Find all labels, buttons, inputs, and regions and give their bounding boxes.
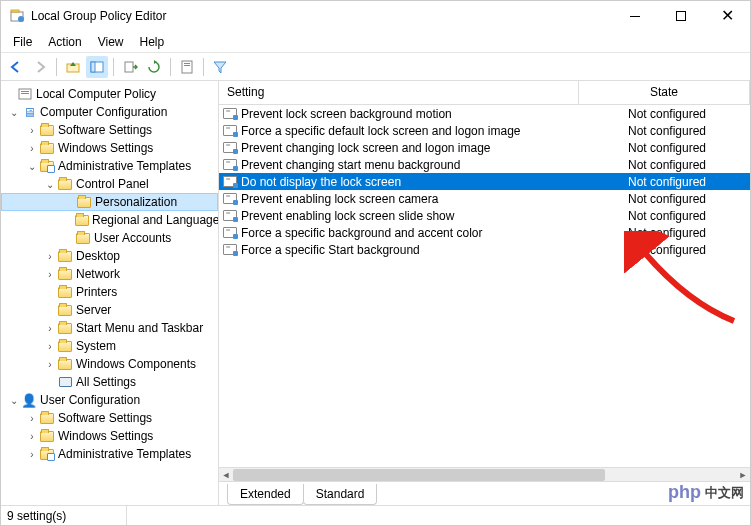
policy-icon bbox=[219, 159, 241, 170]
tree-user-software[interactable]: › Software Settings bbox=[1, 409, 218, 427]
tree-regional[interactable]: Regional and Language bbox=[1, 211, 218, 229]
menu-view[interactable]: View bbox=[90, 33, 132, 51]
tree-computer-config[interactable]: ⌄ 🖥 Computer Configuration bbox=[1, 103, 218, 121]
tree-all-settings[interactable]: All Settings bbox=[1, 373, 218, 391]
tree-label: User Configuration bbox=[40, 393, 140, 407]
tree-label: Administrative Templates bbox=[58, 447, 191, 461]
tree-start-menu[interactable]: › Start Menu and Taskbar bbox=[1, 319, 218, 337]
show-hide-tree-button[interactable] bbox=[86, 56, 108, 78]
tab-standard[interactable]: Standard bbox=[303, 484, 378, 505]
scroll-thumb[interactable] bbox=[233, 469, 605, 481]
folder-icon bbox=[75, 230, 91, 246]
tree-user-accounts[interactable]: User Accounts bbox=[1, 229, 218, 247]
setting-name: Force a specific Start background bbox=[241, 243, 622, 257]
tree-desktop[interactable]: › Desktop bbox=[1, 247, 218, 265]
setting-state: Not configured bbox=[622, 124, 750, 138]
tree-system[interactable]: › System bbox=[1, 337, 218, 355]
status-text: 9 setting(s) bbox=[7, 506, 127, 525]
tree-label: Network bbox=[76, 267, 120, 281]
tree-label: Software Settings bbox=[58, 411, 152, 425]
tree-label: Software Settings bbox=[58, 123, 152, 137]
close-button[interactable]: ✕ bbox=[704, 1, 750, 31]
back-button[interactable] bbox=[5, 56, 27, 78]
tree-label: Printers bbox=[76, 285, 117, 299]
tree-personalization[interactable]: Personalization bbox=[1, 193, 218, 211]
tree-windows-settings[interactable]: › Windows Settings bbox=[1, 139, 218, 157]
tree-admin-templates[interactable]: ⌄ Administrative Templates bbox=[1, 157, 218, 175]
tree-label: Personalization bbox=[95, 195, 177, 209]
policy-icon bbox=[219, 244, 241, 255]
up-folder-button[interactable] bbox=[62, 56, 84, 78]
scroll-right-button[interactable]: ► bbox=[736, 468, 750, 482]
filter-button[interactable] bbox=[209, 56, 231, 78]
policy-icon bbox=[219, 210, 241, 221]
tab-extended[interactable]: Extended bbox=[227, 484, 304, 505]
list-row[interactable]: Prevent enabling lock screen cameraNot c… bbox=[219, 190, 750, 207]
list-row[interactable]: Force a specific Start backgroundNot con… bbox=[219, 241, 750, 258]
policy-icon bbox=[219, 108, 241, 119]
tree-user-config[interactable]: ⌄ 👤 User Configuration bbox=[1, 391, 218, 409]
svg-point-2 bbox=[18, 16, 24, 22]
tree-control-panel[interactable]: ⌄ Control Panel bbox=[1, 175, 218, 193]
maximize-button[interactable] bbox=[658, 1, 704, 31]
setting-name: Force a specific background and accent c… bbox=[241, 226, 622, 240]
tree-label: Administrative Templates bbox=[58, 159, 191, 173]
horizontal-scrollbar[interactable]: ◄ ► bbox=[219, 467, 750, 481]
computer-icon: 🖥 bbox=[21, 104, 37, 120]
list-row[interactable]: Force a specific background and accent c… bbox=[219, 224, 750, 241]
list-body[interactable]: Prevent lock screen background motionNot… bbox=[219, 105, 750, 467]
scroll-left-button[interactable]: ◄ bbox=[219, 468, 233, 482]
tree-pane[interactable]: Local Computer Policy ⌄ 🖥 Computer Confi… bbox=[1, 81, 219, 505]
list-row[interactable]: Prevent enabling lock screen slide showN… bbox=[219, 207, 750, 224]
setting-state: Not configured bbox=[622, 107, 750, 121]
tree-label: Windows Components bbox=[76, 357, 196, 371]
tree-software-settings[interactable]: › Software Settings bbox=[1, 121, 218, 139]
setting-name: Prevent enabling lock screen slide show bbox=[241, 209, 622, 223]
setting-state: Not configured bbox=[622, 209, 750, 223]
menu-action[interactable]: Action bbox=[40, 33, 89, 51]
tree-label: Windows Settings bbox=[58, 429, 153, 443]
column-state[interactable]: State bbox=[579, 81, 750, 104]
folder-icon bbox=[39, 428, 55, 444]
policy-icon bbox=[219, 125, 241, 136]
list-row[interactable]: Prevent changing lock screen and logon i… bbox=[219, 139, 750, 156]
minimize-button[interactable] bbox=[612, 1, 658, 31]
tree-label: System bbox=[76, 339, 116, 353]
tree-label: Start Menu and Taskbar bbox=[76, 321, 203, 335]
setting-name: Do not display the lock screen bbox=[241, 175, 622, 189]
tree-label: Server bbox=[76, 303, 111, 317]
list-row[interactable]: Force a specific default lock screen and… bbox=[219, 122, 750, 139]
list-row[interactable]: Prevent changing start menu backgroundNo… bbox=[219, 156, 750, 173]
setting-state: Not configured bbox=[622, 192, 750, 206]
column-setting[interactable]: Setting bbox=[219, 81, 579, 104]
setting-state: Not configured bbox=[622, 226, 750, 240]
tree-windows-components[interactable]: › Windows Components bbox=[1, 355, 218, 373]
tree-network[interactable]: › Network bbox=[1, 265, 218, 283]
folder-icon bbox=[57, 176, 73, 192]
list-pane: Setting State Prevent lock screen backgr… bbox=[219, 81, 750, 505]
setting-name: Prevent lock screen background motion bbox=[241, 107, 622, 121]
folder-icon bbox=[57, 320, 73, 336]
list-row[interactable]: Prevent lock screen background motionNot… bbox=[219, 105, 750, 122]
forward-button[interactable] bbox=[29, 56, 51, 78]
list-row[interactable]: Do not display the lock screenNot config… bbox=[219, 173, 750, 190]
tree-user-admin[interactable]: › Administrative Templates bbox=[1, 445, 218, 463]
tree-printers[interactable]: Printers bbox=[1, 283, 218, 301]
folder-icon bbox=[75, 212, 89, 228]
properties-button[interactable] bbox=[176, 56, 198, 78]
refresh-button[interactable] bbox=[143, 56, 165, 78]
folder-scroll-icon bbox=[39, 446, 55, 462]
menubar: File Action View Help bbox=[1, 31, 750, 53]
setting-state: Not configured bbox=[622, 243, 750, 257]
tree-root[interactable]: Local Computer Policy bbox=[1, 85, 218, 103]
export-list-button[interactable] bbox=[119, 56, 141, 78]
menu-file[interactable]: File bbox=[5, 33, 40, 51]
folder-icon bbox=[57, 266, 73, 282]
tree-user-windows[interactable]: › Windows Settings bbox=[1, 427, 218, 445]
tree-label: Windows Settings bbox=[58, 141, 153, 155]
folder-icon bbox=[57, 338, 73, 354]
tree-label: Regional and Language bbox=[92, 213, 219, 227]
tree-label: Control Panel bbox=[76, 177, 149, 191]
menu-help[interactable]: Help bbox=[132, 33, 173, 51]
tree-server[interactable]: Server bbox=[1, 301, 218, 319]
